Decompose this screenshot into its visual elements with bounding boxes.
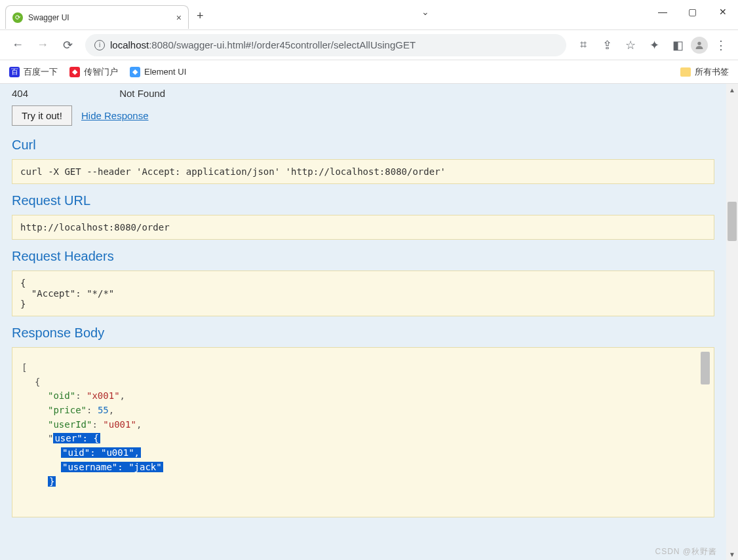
response-json: [ { "oid": "x001", "price": 55, "userId"… xyxy=(22,361,705,489)
close-tab-icon[interactable]: × xyxy=(176,12,182,23)
curl-heading: Curl xyxy=(12,138,714,153)
bookmarks-bar: 百 百度一下 ◆ 传智门户 ◆ Element UI 所有书签 xyxy=(0,60,738,84)
profile-avatar[interactable] xyxy=(691,37,708,54)
try-it-out-button[interactable]: Try it out! xyxy=(12,105,72,126)
request-headers-heading: Request Headers xyxy=(12,249,714,264)
svg-point-0 xyxy=(697,41,701,45)
request-url-heading: Request URL xyxy=(12,193,714,208)
bookmark-star-icon[interactable]: ☆ xyxy=(620,35,641,56)
new-tab-button[interactable]: + xyxy=(197,9,204,23)
response-body-heading: Response Body xyxy=(12,326,714,341)
status-text: Not Found xyxy=(119,88,165,99)
back-button[interactable]: ← xyxy=(7,34,29,56)
scroll-down-icon[interactable]: ▼ xyxy=(726,548,738,560)
reload-button[interactable]: ⟳ xyxy=(56,34,79,56)
browser-tab[interactable]: ⟳ Swagger UI × xyxy=(5,5,189,29)
bookmark-element-ui[interactable]: ◆ Element UI xyxy=(130,67,186,77)
status-code: 404 xyxy=(12,88,117,99)
url-text: localhost:8080/swagger-ui.html#!/order45… xyxy=(110,39,416,50)
bookmark-label: 百度一下 xyxy=(24,66,58,78)
window-titlebar: ⟳ Swagger UI × + ⌄ — ▢ ✕ xyxy=(0,0,738,30)
swagger-page: 404 Not Found Try it out! Hide Response … xyxy=(0,84,726,560)
bookmark-chuanzhi[interactable]: ◆ 传智门户 xyxy=(69,66,118,78)
swagger-favicon: ⟳ xyxy=(12,12,23,23)
menu-icon[interactable]: ⋮ xyxy=(710,35,731,56)
tab-title: Swagger UI xyxy=(28,13,171,22)
csdn-watermark: CSDN @秋野酱 xyxy=(655,546,717,557)
selected-json: } xyxy=(48,476,56,487)
selected-json: user": { xyxy=(53,433,100,443)
baidu-icon: 百 xyxy=(9,67,20,77)
folder-icon xyxy=(680,67,691,77)
maximize-button[interactable]: ▢ xyxy=(678,0,708,24)
minimize-button[interactable]: — xyxy=(648,0,678,24)
page-viewport: 404 Not Found Try it out! Hide Response … xyxy=(0,84,738,560)
response-body-box[interactable]: [ { "oid": "x001", "price": 55, "userId"… xyxy=(12,347,714,517)
forward-button: → xyxy=(31,34,54,56)
response-status-row: 404 Not Found xyxy=(12,84,714,103)
bookmark-label: 所有书签 xyxy=(695,66,729,78)
bookmark-all-folder[interactable]: 所有书签 xyxy=(680,66,729,78)
request-headers-box[interactable]: { "Accept": "*/*" } xyxy=(12,271,714,316)
scroll-up-icon[interactable]: ▲ xyxy=(726,84,738,96)
scroll-thumb[interactable] xyxy=(701,352,710,384)
bookmark-label: 传智门户 xyxy=(84,66,118,78)
share-icon[interactable]: ⇪ xyxy=(596,35,617,56)
hide-response-link[interactable]: Hide Response xyxy=(81,110,149,121)
page-scrollbar[interactable]: ▲ ▼ xyxy=(726,84,738,560)
element-icon: ◆ xyxy=(130,67,140,77)
tab-overflow-icon[interactable]: ⌄ xyxy=(410,0,440,24)
chuanzhi-icon: ◆ xyxy=(69,67,80,77)
address-bar[interactable]: i localhost:8080/swagger-ui.html#!/order… xyxy=(85,34,566,56)
window-controls: — ▢ ✕ xyxy=(648,0,738,24)
bookmark-label: Element UI xyxy=(144,67,186,77)
request-url-box[interactable]: http://localhost:8080/order xyxy=(12,215,714,240)
selected-json: "uid": "u001", xyxy=(61,447,141,458)
browser-toolbar: ← → ⟳ i localhost:8080/swagger-ui.html#!… xyxy=(0,30,738,60)
try-row: Try it out! Hide Response xyxy=(12,105,714,126)
scroll-thumb[interactable] xyxy=(728,202,737,241)
bookmark-baidu[interactable]: 百 百度一下 xyxy=(9,66,58,78)
extensions-icon[interactable]: ✦ xyxy=(644,35,665,56)
selected-json: "username": "jack" xyxy=(61,462,163,472)
site-info-icon[interactable]: i xyxy=(94,40,105,50)
sidepanel-icon[interactable]: ◧ xyxy=(667,35,688,56)
translate-icon[interactable]: ⌗ xyxy=(573,35,594,56)
curl-box[interactable]: curl -X GET --header 'Accept: applicatio… xyxy=(12,159,714,184)
response-body-scrollbar[interactable] xyxy=(701,352,710,513)
close-window-button[interactable]: ✕ xyxy=(708,0,738,24)
